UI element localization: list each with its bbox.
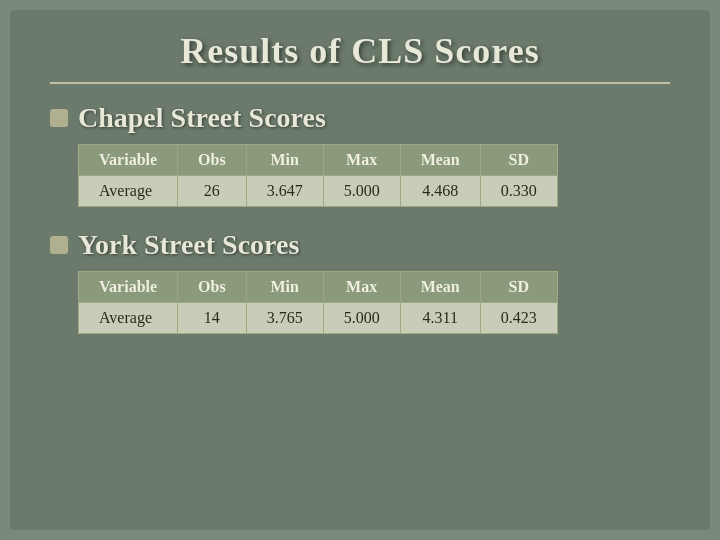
york-section: York Street Scores Variable Obs Min Max … xyxy=(50,229,670,334)
slide: Results of CLS Scores Chapel Street Scor… xyxy=(10,10,710,530)
york-table: Variable Obs Min Max Mean SD Average 14 … xyxy=(78,271,558,334)
york-col-sd: SD xyxy=(480,272,557,303)
york-table-header-row: Variable Obs Min Max Mean SD xyxy=(79,272,558,303)
york-row-variable: Average xyxy=(79,303,178,334)
york-col-obs: Obs xyxy=(178,272,247,303)
chapel-col-sd: SD xyxy=(480,145,557,176)
title-area: Results of CLS Scores xyxy=(50,30,670,84)
york-row-mean: 4.311 xyxy=(400,303,480,334)
york-col-variable: Variable xyxy=(79,272,178,303)
page-title: Results of CLS Scores xyxy=(50,30,670,72)
chapel-col-max: Max xyxy=(323,145,400,176)
york-row-obs: 14 xyxy=(178,303,247,334)
york-row-max: 5.000 xyxy=(323,303,400,334)
chapel-col-mean: Mean xyxy=(400,145,480,176)
chapel-table-row: Average 26 3.647 5.000 4.468 0.330 xyxy=(79,176,558,207)
chapel-row-max: 5.000 xyxy=(323,176,400,207)
chapel-col-obs: Obs xyxy=(178,145,247,176)
chapel-section-header: Chapel Street Scores xyxy=(50,102,670,134)
chapel-row-sd: 0.330 xyxy=(480,176,557,207)
chapel-bullet xyxy=(50,109,68,127)
york-row-sd: 0.423 xyxy=(480,303,557,334)
york-bullet xyxy=(50,236,68,254)
york-row-min: 3.765 xyxy=(246,303,323,334)
chapel-table-header-row: Variable Obs Min Max Mean SD xyxy=(79,145,558,176)
chapel-row-obs: 26 xyxy=(178,176,247,207)
chapel-table: Variable Obs Min Max Mean SD Average 26 … xyxy=(78,144,558,207)
chapel-row-mean: 4.468 xyxy=(400,176,480,207)
york-section-header: York Street Scores xyxy=(50,229,670,261)
york-col-max: Max xyxy=(323,272,400,303)
york-col-min: Min xyxy=(246,272,323,303)
chapel-table-container: Variable Obs Min Max Mean SD Average 26 … xyxy=(78,144,670,207)
york-section-title: York Street Scores xyxy=(78,229,299,261)
york-table-row: Average 14 3.765 5.000 4.311 0.423 xyxy=(79,303,558,334)
chapel-row-variable: Average xyxy=(79,176,178,207)
york-table-container: Variable Obs Min Max Mean SD Average 14 … xyxy=(78,271,670,334)
chapel-row-min: 3.647 xyxy=(246,176,323,207)
york-col-mean: Mean xyxy=(400,272,480,303)
chapel-section: Chapel Street Scores Variable Obs Min Ma… xyxy=(50,102,670,207)
chapel-col-variable: Variable xyxy=(79,145,178,176)
chapel-section-title: Chapel Street Scores xyxy=(78,102,326,134)
chapel-col-min: Min xyxy=(246,145,323,176)
